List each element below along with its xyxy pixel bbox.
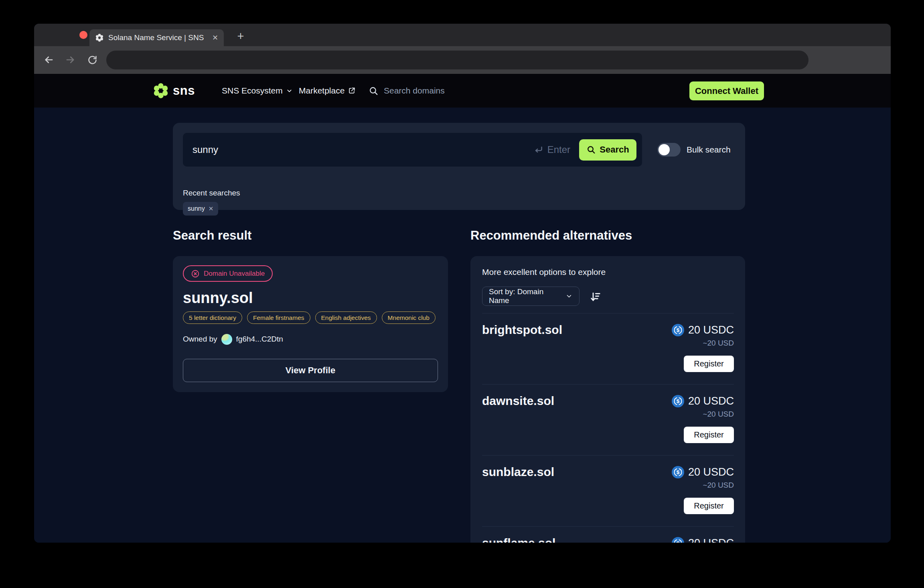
back-arrow-icon [43, 54, 55, 65]
view-profile-button[interactable]: View Profile [183, 359, 438, 382]
svg-text:$: $ [677, 398, 680, 404]
alt-row: sunblaze.sol $ 20 USDC ~20 USD Register [482, 455, 734, 526]
browser-window: Solana Name Service | SNS ✕ + sns SNS Ec… [34, 24, 891, 543]
search-query-text: sunny [192, 144, 533, 155]
search-result-heading: Search result [173, 228, 251, 243]
sort-by-label: Sort by: Domain Name [489, 287, 565, 305]
enter-hint: Enter [533, 144, 570, 155]
connect-wallet-button[interactable]: Connect Wallet [689, 81, 764, 100]
register-button[interactable]: Register [684, 356, 734, 372]
owned-by-row: Owned by fg6h4...C2Dtn [183, 333, 283, 346]
chip-close-icon[interactable]: ✕ [209, 205, 214, 212]
header-search[interactable]: Search domains [369, 74, 445, 108]
sns-logo-icon [152, 82, 169, 99]
domain-unavailable-badge: Domain Unavailable [183, 265, 273, 282]
tab-title: Solana Name Service | SNS [108, 33, 208, 42]
header-search-label: Search domains [384, 86, 445, 96]
nav-label: Marketplace [299, 86, 344, 96]
close-window-button[interactable] [79, 31, 87, 39]
alt-price: 20 USDC [688, 537, 734, 543]
sns-logo[interactable]: sns [152, 74, 195, 108]
bulk-search-label: Bulk search [687, 143, 731, 157]
toggle-knob [659, 144, 670, 155]
alternatives-card: More excellent options to explore Sort b… [470, 256, 745, 543]
alt-price-row: $ 20 USDC [672, 466, 734, 478]
result-domain-name: sunny.sol [183, 289, 253, 307]
reload-button[interactable] [85, 53, 99, 67]
alt-price: 20 USDC [688, 324, 734, 336]
svg-text:$: $ [677, 540, 680, 543]
search-button-label: Search [600, 144, 629, 155]
badge-label: Domain Unavailable [204, 270, 265, 278]
register-button[interactable]: Register [684, 427, 734, 443]
alt-domain-name[interactable]: dawnsite.sol [482, 394, 554, 408]
chevron-down-icon [286, 87, 293, 94]
forward-button[interactable] [63, 53, 77, 67]
page-content: sunny Enter Search Bulk search Recent se… [34, 108, 891, 543]
browser-toolbar [34, 46, 891, 74]
search-icon [369, 86, 379, 96]
alternatives-subheading: More excellent options to explore [482, 267, 606, 277]
owner-address[interactable]: fg6h4...C2Dtn [236, 335, 283, 344]
tab-strip: Solana Name Service | SNS ✕ + [34, 24, 891, 46]
alt-price-row: $ 20 USDC [672, 537, 734, 543]
usdc-icon: $ [672, 466, 684, 478]
alt-row: dawnsite.sol $ 20 USDC ~20 USD Register [482, 384, 734, 455]
circle-x-icon [191, 269, 200, 278]
alt-domain-name[interactable]: brightspot.sol [482, 323, 562, 337]
new-tab-button[interactable]: + [233, 29, 248, 43]
domain-tag: Female firstnames [247, 311, 310, 324]
owner-avatar [221, 334, 232, 345]
alt-usd-estimate: ~20 USD [703, 481, 734, 490]
domain-tag: 5 letter dictionary [183, 311, 242, 324]
sort-direction-button[interactable] [588, 290, 602, 303]
sort-by-dropdown[interactable]: Sort by: Domain Name [482, 287, 580, 306]
search-button-icon [586, 145, 596, 155]
domain-tags: 5 letter dictionary Female firstnames En… [183, 311, 436, 324]
svg-text:$: $ [677, 327, 680, 333]
sort-descending-icon [589, 291, 601, 303]
back-button[interactable] [42, 53, 56, 67]
domain-tag: English adjectives [315, 311, 377, 324]
external-link-icon [348, 87, 356, 95]
alt-price-row: $ 20 USDC [672, 324, 734, 336]
usdc-icon: $ [672, 537, 684, 543]
nav-marketplace[interactable]: Marketplace [299, 74, 356, 108]
alt-usd-estimate: ~20 USD [703, 339, 734, 348]
reload-icon [87, 55, 98, 65]
enter-hint-label: Enter [547, 144, 570, 155]
usdc-icon: $ [672, 324, 684, 336]
alt-price: 20 USDC [688, 466, 734, 478]
recent-search-chip[interactable]: sunny ✕ [183, 202, 218, 216]
url-bar[interactable] [106, 51, 808, 69]
forward-arrow-icon [65, 54, 76, 65]
alt-domain-name[interactable]: sunblaze.sol [482, 465, 554, 479]
alternatives-heading: Recommended alternatives [470, 228, 632, 243]
brand-text: sns [173, 83, 195, 98]
bulk-search-toggle[interactable] [657, 143, 681, 157]
close-tab-icon[interactable]: ✕ [212, 34, 218, 41]
usdc-icon: $ [672, 395, 684, 407]
domain-search-input[interactable]: sunny Enter Search [183, 133, 642, 167]
alt-price-row: $ 20 USDC [672, 395, 734, 407]
domain-tag: Mnemonic club [382, 311, 436, 324]
nav-sns-ecosystem[interactable]: SNS Ecosystem [222, 74, 293, 108]
svg-text:$: $ [677, 469, 680, 475]
browser-tab[interactable]: Solana Name Service | SNS ✕ [89, 29, 224, 46]
enter-key-icon [533, 144, 544, 155]
owned-by-label: Owned by [183, 335, 217, 344]
alternatives-list: brightspot.sol $ 20 USDC ~20 USD Registe… [482, 313, 734, 543]
alt-price: 20 USDC [688, 395, 734, 407]
register-button[interactable]: Register [684, 498, 734, 514]
alt-domain-name[interactable]: sunflame.sol [482, 536, 555, 543]
recent-searches-label: Recent searches [183, 189, 240, 197]
alt-row: brightspot.sol $ 20 USDC ~20 USD Registe… [482, 313, 734, 384]
search-result-card: Domain Unavailable sunny.sol 5 letter di… [173, 256, 448, 392]
sns-favicon-icon [95, 33, 104, 42]
search-button[interactable]: Search [579, 139, 636, 161]
site-header: sns SNS Ecosystem Marketplace Search dom… [34, 74, 891, 108]
chip-label: sunny [188, 205, 205, 212]
alt-row: sunflame.sol $ 20 USDC ~20 USD Register [482, 526, 734, 543]
chevron-down-icon [565, 293, 573, 300]
alt-usd-estimate: ~20 USD [703, 410, 734, 419]
